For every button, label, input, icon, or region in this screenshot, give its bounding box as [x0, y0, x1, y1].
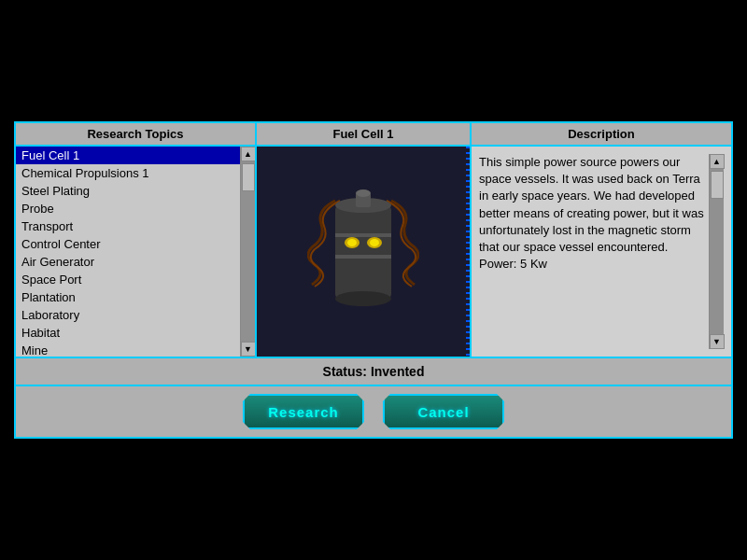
- list-item[interactable]: Mine: [16, 342, 240, 357]
- research-button[interactable]: Research: [243, 394, 364, 429]
- list-item[interactable]: Steel Plating: [16, 182, 240, 200]
- list-scrollbar[interactable]: ▲ ▼: [240, 147, 255, 357]
- research-topics-panel: Research Topics Fuel Cell 1Chemical Prop…: [16, 123, 257, 357]
- scroll-thumb[interactable]: [242, 163, 255, 191]
- cancel-button[interactable]: Cancel: [383, 394, 504, 429]
- scroll-down-btn[interactable]: ▼: [241, 342, 256, 357]
- item-image-header: Fuel Cell 1: [257, 123, 470, 147]
- scroll-up-btn[interactable]: ▲: [241, 147, 256, 161]
- dialog-body: Research Topics Fuel Cell 1Chemical Prop…: [16, 123, 731, 357]
- svg-point-2: [335, 291, 391, 306]
- svg-rect-0: [335, 205, 391, 299]
- status-bar: Status: Invented: [16, 357, 731, 385]
- description-title: Description: [568, 127, 635, 141]
- status-text: Status: Invented: [323, 364, 425, 379]
- desc-scroll-thumb[interactable]: [711, 171, 724, 199]
- desc-scroll-down[interactable]: ▼: [710, 334, 725, 349]
- description-header: Description: [472, 123, 731, 147]
- list-item[interactable]: Transport: [16, 217, 240, 235]
- list-items: Fuel Cell 1Chemical Propulsions 1Steel P…: [16, 147, 240, 357]
- svg-rect-7: [335, 233, 391, 237]
- scroll-track: [241, 161, 255, 342]
- fuel-cell-image: [307, 182, 419, 322]
- research-dialog: Research Topics Fuel Cell 1Chemical Prop…: [14, 121, 733, 439]
- svg-point-6: [370, 239, 379, 246]
- svg-rect-8: [335, 255, 391, 259]
- list-container: Fuel Cell 1Chemical Propulsions 1Steel P…: [16, 147, 255, 357]
- item-image-panel: Fuel Cell 1: [257, 123, 472, 357]
- button-bar: Research Cancel: [16, 385, 731, 437]
- list-item[interactable]: Habitat: [16, 324, 240, 342]
- desc-scroll-track: [710, 169, 724, 334]
- item-image-area: [257, 147, 470, 357]
- svg-point-10: [356, 189, 371, 197]
- research-topics-header: Research Topics: [16, 123, 255, 147]
- list-item[interactable]: Control Center: [16, 235, 240, 253]
- list-item[interactable]: Space Port: [16, 271, 240, 288]
- description-scrollbar[interactable]: ▲ ▼: [709, 154, 724, 349]
- description-panel: Description This simple power source pow…: [472, 123, 731, 357]
- list-item[interactable]: Fuel Cell 1: [16, 147, 240, 164]
- list-item[interactable]: Laboratory: [16, 306, 240, 324]
- list-item[interactable]: Probe: [16, 200, 240, 217]
- item-title: Fuel Cell 1: [332, 127, 393, 141]
- list-item[interactable]: Air Generator: [16, 253, 240, 271]
- list-item[interactable]: Chemical Propulsions 1: [16, 164, 240, 182]
- desc-scroll-up[interactable]: ▲: [710, 154, 725, 169]
- svg-point-5: [347, 239, 357, 246]
- list-item[interactable]: Plantation: [16, 288, 240, 306]
- description-content: This simple power source powers our spac…: [472, 147, 731, 357]
- description-text: This simple power source powers our spac…: [479, 154, 709, 349]
- research-topics-title: Research Topics: [87, 127, 183, 141]
- decorative-lines: [466, 147, 470, 357]
